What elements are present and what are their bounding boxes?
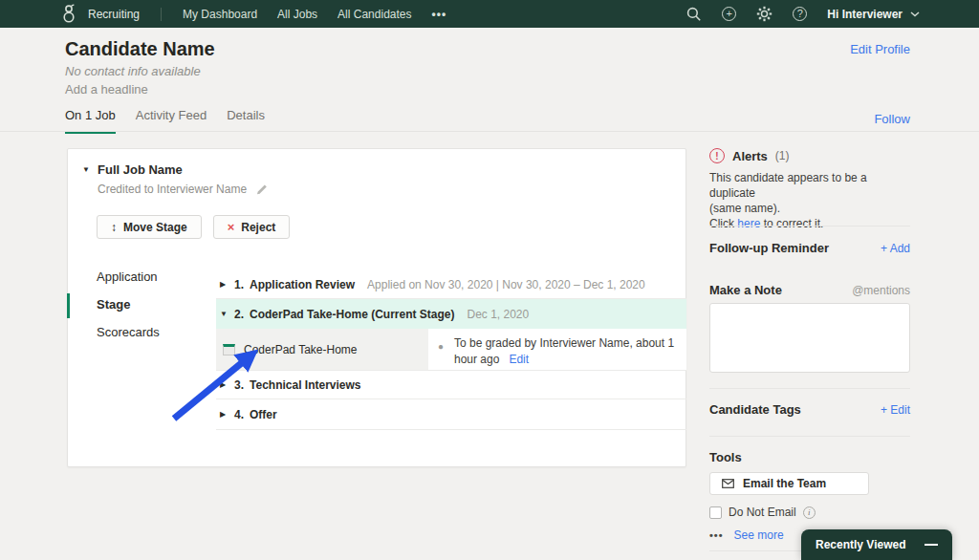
active-nav-indicator — [67, 293, 70, 318]
stage-row-application-review[interactable]: ▶ 1. Application Review Applied on Nov 3… — [216, 270, 686, 299]
move-stage-button[interactable]: ↕ Move Stage — [97, 215, 202, 239]
header-divider — [0, 131, 979, 132]
see-more-link[interactable]: See more — [734, 528, 784, 542]
do-not-email-row: Do Not Email i — [709, 506, 910, 519]
minimize-icon[interactable] — [925, 544, 938, 546]
expand-arrow-icon[interactable]: ▶ — [220, 380, 234, 389]
stage-meta: Applied on Nov 30, 2020 | Nov 30, 2020 –… — [367, 278, 645, 291]
email-team-button[interactable]: Email the Team — [709, 472, 869, 495]
alerts-count: (1) — [775, 149, 790, 162]
search-icon[interactable] — [686, 7, 702, 22]
info-icon[interactable]: i — [803, 506, 816, 519]
job-nav-scorecards[interactable]: Scorecards — [97, 325, 160, 339]
candidate-profile-page: Recruiting My Dashboard All Jobs All Can… — [0, 0, 979, 560]
correct-duplicate-link[interactable]: here — [737, 217, 760, 230]
sidebar-divider — [709, 226, 910, 226]
product-name: Recruiting — [88, 8, 140, 21]
job-collapse-icon[interactable]: ▼ — [82, 165, 90, 174]
reject-button[interactable]: × Reject — [213, 215, 291, 239]
takehome-interview-link[interactable]: CoderPad Take-Home — [216, 329, 428, 370]
job-panel: ▼ Full Job Name Credited to Interviewer … — [67, 148, 686, 467]
help-icon[interactable]: ? — [793, 7, 807, 21]
sidebar-divider — [709, 388, 910, 389]
status-bullet-icon: ● — [438, 338, 444, 355]
edit-profile-link[interactable]: Edit Profile — [850, 42, 910, 56]
add-reminder-link[interactable]: + Add — [881, 242, 910, 255]
nav-item-all-jobs[interactable]: All Jobs — [277, 8, 317, 21]
ellipsis-icon: ••• — [709, 529, 724, 541]
credited-text: Credited to Interviewer Name — [98, 183, 247, 196]
takehome-status-cell: ●To be graded by Interviewer Name, about… — [428, 329, 686, 370]
edit-pencil-icon[interactable] — [255, 183, 269, 196]
navbar-divider — [161, 8, 162, 21]
expand-arrow-icon[interactable]: ▶ — [220, 280, 234, 289]
do-not-email-label: Do Not Email — [729, 506, 796, 519]
profile-tabs: On 1 Job Activity Feed Details — [65, 108, 265, 134]
create-plus-icon[interactable]: + — [722, 7, 736, 21]
collapse-arrow-icon[interactable]: ▼ — [220, 310, 234, 318]
nav-item-all-candidates[interactable]: All Candidates — [337, 8, 411, 21]
alert-exclamation-icon: ! — [709, 148, 725, 163]
stage-row-technical-interviews[interactable]: ▶ 3. Technical Interviews — [216, 371, 686, 399]
candidate-tags-section: Candidate Tags + Edit — [709, 402, 910, 417]
note-title: Make a Note — [709, 283, 782, 297]
job-title: Full Job Name — [98, 162, 183, 177]
alerts-header: ! Alerts (1) — [709, 148, 910, 163]
settings-gear-icon[interactable] — [756, 6, 772, 22]
recently-viewed-bar[interactable]: Recently Viewed — [801, 529, 952, 560]
tools-title: Tools — [709, 450, 910, 464]
note-input[interactable] — [709, 303, 910, 373]
reject-x-icon: × — [228, 220, 235, 234]
job-nav-stage[interactable]: Stage — [97, 297, 130, 312]
make-note-header: Make a Note @mentions — [709, 283, 910, 297]
takehome-interview-row: CoderPad Take-Home ●To be graded by Inte… — [216, 329, 686, 371]
stage-list: ▶ 1. Application Review Applied on Nov 3… — [216, 270, 686, 430]
add-headline-field[interactable]: Add a headline — [65, 82, 148, 97]
tab-details[interactable]: Details — [227, 108, 265, 134]
tags-title: Candidate Tags — [709, 402, 801, 417]
user-greeting: Hi Interviewer — [827, 8, 903, 21]
stage-row-coderpad-current[interactable]: ▼ 2. CoderPad Take-Home (Current Stage) … — [216, 299, 686, 329]
contact-info-text: No contact info available — [65, 64, 201, 78]
job-nav-application[interactable]: Application — [97, 269, 158, 284]
chevron-down-icon — [910, 11, 920, 17]
tab-activity-feed[interactable]: Activity Feed — [136, 108, 207, 134]
stage-meta: Dec 1, 2020 — [468, 308, 530, 321]
takehome-test-icon — [223, 344, 235, 355]
expand-arrow-icon[interactable]: ▶ — [220, 410, 234, 419]
credited-row: Credited to Interviewer Name — [98, 183, 269, 196]
nav-more-menu-icon[interactable]: ••• — [432, 8, 447, 21]
recently-viewed-label: Recently Viewed — [816, 538, 906, 551]
envelope-icon — [722, 479, 734, 488]
nav-item-my-dashboard[interactable]: My Dashboard — [183, 8, 257, 21]
follow-link[interactable]: Follow — [874, 112, 910, 126]
stage-row-offer[interactable]: ▶ 4. Offer — [216, 399, 686, 430]
tab-on-1-job[interactable]: On 1 Job — [65, 108, 116, 134]
alert-message: This candidate appears to be a duplicate… — [709, 170, 910, 231]
takehome-status-text: To be graded by Interviewer Name, about … — [454, 336, 674, 366]
edit-tags-link[interactable]: + Edit — [881, 403, 910, 417]
followup-reminder-section: Follow-up Reminder + Add — [709, 241, 910, 255]
followup-title: Follow-up Reminder — [709, 241, 829, 255]
mentions-hint: @mentions — [852, 284, 910, 297]
alerts-title: Alerts — [732, 149, 768, 163]
page-title: Candidate Name — [65, 38, 215, 60]
sidebar-divider — [709, 436, 910, 437]
up-down-arrow-icon: ↕ — [111, 221, 117, 234]
do-not-email-checkbox[interactable] — [709, 506, 722, 519]
stage-actions: ↕ Move Stage × Reject — [97, 215, 290, 239]
greenhouse-logo-icon[interactable] — [61, 4, 76, 24]
top-navbar: Recruiting My Dashboard All Jobs All Can… — [0, 0, 979, 28]
user-menu[interactable]: Hi Interviewer — [827, 8, 920, 21]
edit-grader-link[interactable]: Edit — [509, 353, 529, 366]
